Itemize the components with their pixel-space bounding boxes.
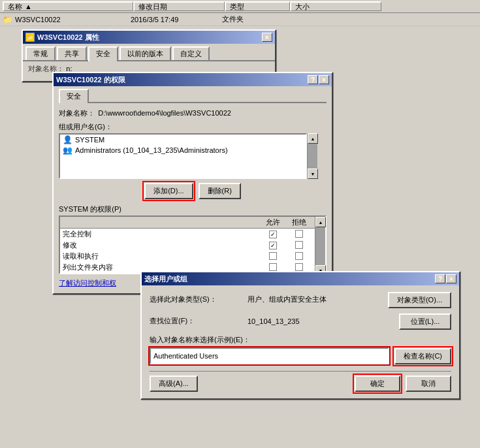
user-input-field[interactable] <box>153 352 385 360</box>
admins-icon: 👥 <box>63 146 72 155</box>
tab-custom[interactable]: 自定义 <box>172 46 210 60</box>
col-allow: 允许 <box>260 217 286 227</box>
perm-deny-modify[interactable] <box>295 241 303 249</box>
folder-icon: 📁 <box>3 15 12 24</box>
permissions-tab-security[interactable]: 安全 <box>59 89 89 103</box>
select-user-titlebar: 选择用户或组 ? × <box>142 272 459 285</box>
scroll-down-arrow[interactable]: ▼ <box>308 168 318 179</box>
object-type-btn[interactable]: 对象类型(O)... <box>388 292 451 308</box>
tab-previous[interactable]: 以前的版本 <box>120 46 171 60</box>
input-label: 输入对象名称来选择(示例)(E)： <box>150 336 250 344</box>
perm-deny-readexec[interactable] <box>295 252 303 260</box>
object-type-label: 选择此对象类型(S)： <box>150 295 248 304</box>
col-header-name[interactable]: 名称 ▲ <box>3 1 133 11</box>
advanced-btn[interactable]: 高级(A)... <box>150 376 198 392</box>
permissions-title: W3SVC10022 的权限 <box>56 75 125 85</box>
col-header-type[interactable]: 类型 <box>225 1 290 11</box>
system-icon: 👤 <box>63 135 72 144</box>
list-item-admins[interactable]: 👥 Administrators (10_104_13_235\Administ… <box>60 145 306 155</box>
object-type-value: 用户、组或内置安全主体 <box>248 295 388 304</box>
perm-allow-modify[interactable] <box>269 242 277 249</box>
permissions-close-btn[interactable]: × <box>319 75 329 84</box>
group-label: 组或用户名(G)： <box>59 122 327 132</box>
perms-scroll-track <box>315 227 325 265</box>
permissions-help-btn[interactable]: ? <box>308 75 318 84</box>
row-date: 2016/3/5 17:49 <box>131 16 222 24</box>
permissions-content: 对象名称： D:\wwwroot\demo4\logfiles\W3SVC100… <box>54 103 332 293</box>
perm-row-fullcontrol: 完全控制 <box>60 229 315 240</box>
perm-deny-fullcontrol[interactable] <box>295 230 303 238</box>
tab-general[interactable]: 常规 <box>25 46 56 60</box>
properties-titlebar: 📁 W3SVC10022 属性 × <box>23 31 275 44</box>
select-user-title: 选择用户或组 <box>144 274 187 284</box>
object-name-label: 对象名称： <box>59 109 95 117</box>
select-user-help-btn[interactable]: ? <box>435 274 445 283</box>
user-input-wrapper <box>150 347 389 364</box>
permissions-titlebar: W3SVC10022 的权限 ? × <box>54 73 332 86</box>
ok-btn[interactable]: 确定 <box>355 376 400 392</box>
perm-allow-readexec[interactable] <box>269 252 277 260</box>
location-value: 10_104_13_235 <box>248 317 399 325</box>
select-user-dialog: 选择用户或组 ? × 选择此对象类型(S)： 用户、组或内置安全主体 对象类型(… <box>140 271 460 400</box>
list-item-system[interactable]: 👤 SYSTEM <box>60 135 306 145</box>
row-name: W3SVC10022 <box>15 16 61 24</box>
select-user-content: 选择此对象类型(S)： 用户、组或内置安全主体 对象类型(O)... 查找位置(… <box>142 285 459 398</box>
permissions-dialog: W3SVC10022 的权限 ? × 安全 对象名称： D:\wwwroot\d… <box>52 72 333 295</box>
perm-row-modify: 修改 <box>60 240 315 251</box>
perm-row-read-execute: 读取和执行 <box>60 251 315 262</box>
permissions-label: SYSTEM 的权限(P) <box>59 204 327 214</box>
col-deny: 拒绝 <box>286 217 312 227</box>
add-button[interactable]: 添加(D)... <box>144 183 193 199</box>
object-name-value: D:\wwwroot\demo4\logfiles\W3SVC10022 <box>98 109 231 117</box>
perm-allow-listfolder[interactable] <box>269 263 277 271</box>
location-label: 查找位置(F)： <box>150 316 248 326</box>
col-permission-name <box>63 217 260 227</box>
row-type: 文件夹 <box>222 14 287 24</box>
properties-title: W3SVC10022 属性 <box>37 33 99 42</box>
check-names-btn[interactable]: 检查名称(C) <box>394 348 451 364</box>
users-listbox[interactable]: 👤 SYSTEM 👥 Administrators (10_104_13_235… <box>59 133 307 179</box>
properties-tab-bar: 常规 共享 安全 以前的版本 自定义 <box>23 44 275 61</box>
location-btn[interactable]: 位置(L)... <box>399 313 451 330</box>
scroll-up-arrow[interactable]: ▲ <box>308 133 318 144</box>
perms-scrollbar[interactable]: ▲ ▼ <box>315 217 325 276</box>
scroll-track <box>308 144 317 168</box>
perms-scroll-up[interactable]: ▲ <box>315 217 326 227</box>
col-header-date[interactable]: 修改日期 <box>133 1 225 11</box>
users-scrollbar[interactable]: ▲ ▼ <box>307 133 317 179</box>
perm-allow-fullcontrol[interactable] <box>269 231 277 238</box>
access-control-link[interactable]: 了解访问控制和权 <box>59 279 116 287</box>
properties-dialog-icon: 📁 <box>25 33 35 42</box>
tab-share[interactable]: 共享 <box>57 46 87 60</box>
divider <box>150 371 451 372</box>
cancel-btn[interactable]: 取消 <box>406 376 451 392</box>
select-user-close-btn[interactable]: × <box>446 274 456 283</box>
tab-security[interactable]: 安全 <box>88 46 118 61</box>
remove-button[interactable]: 删除(R) <box>199 183 241 199</box>
col-header-size[interactable]: 大小 <box>290 1 381 11</box>
perm-deny-listfolder[interactable] <box>295 263 303 271</box>
properties-close-btn[interactable]: × <box>262 33 272 42</box>
